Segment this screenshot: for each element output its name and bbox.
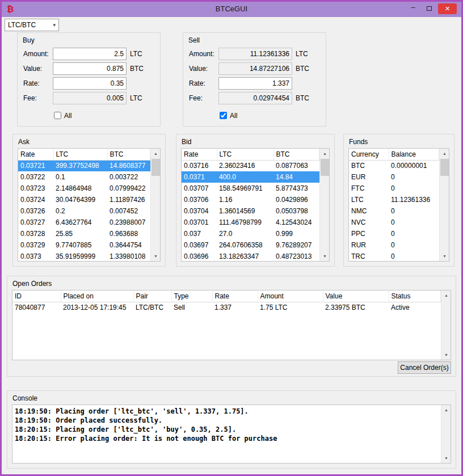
scroll-down-icon[interactable]: ▼	[151, 251, 161, 261]
table-cell: 0.0429896	[273, 194, 319, 205]
table-row[interactable]: 0.037232.148649480.07999422	[18, 183, 150, 194]
table-row[interactable]: 0.037335.919599991.33980108	[18, 251, 150, 262]
scroll-up-icon[interactable]: ▲	[440, 149, 449, 158]
scroll-down-icon[interactable]: ▼	[441, 350, 451, 360]
scroll-down-icon[interactable]: ▼	[440, 251, 449, 261]
orders-column-id[interactable]: ID	[12, 290, 61, 302]
table-cell: 14.84	[273, 171, 319, 183]
funds-column-balance[interactable]: Balance	[389, 149, 439, 160]
table-row[interactable]: PPC0	[349, 228, 439, 239]
sell-value-unit: BTC	[296, 65, 309, 73]
ask-column-rate[interactable]: Rate	[18, 149, 53, 160]
maximize-button[interactable]	[422, 3, 436, 14]
table-row[interactable]: 0.0372430.047643991.11897426	[18, 194, 150, 205]
close-button[interactable]: ✕	[438, 3, 457, 14]
table-cell: 0.03727	[18, 217, 53, 228]
buy-title: Buy	[23, 36, 35, 44]
scroll-down-icon[interactable]: ▼	[441, 453, 451, 463]
buy-amount-label: Amount:	[23, 50, 49, 58]
bid-column-btc[interactable]: BTC	[273, 149, 319, 160]
table-row[interactable]: BTC0.00000001	[349, 160, 439, 171]
table-row[interactable]: 0.037299.774078850.3644754	[18, 239, 150, 251]
orders-column-value[interactable]: Value	[323, 290, 389, 302]
table-cell: 78040877	[12, 302, 61, 313]
table-row[interactable]: 0.037276.436277640.23988007	[18, 217, 150, 228]
table-row[interactable]: 0.0369613.182633470.48723013	[182, 251, 319, 262]
bid-column-ltc[interactable]: LTC	[217, 149, 273, 160]
table-row[interactable]: 0.0371400.014.84	[182, 171, 319, 183]
orders-column-rate[interactable]: Rate	[212, 290, 258, 302]
bid-scrollbar[interactable]: ▲ ▼	[319, 149, 329, 261]
funds-column-currency[interactable]: Currency	[349, 149, 389, 160]
funds-scrollbar[interactable]: ▲ ▼	[439, 149, 449, 261]
scroll-up-icon[interactable]: ▲	[320, 149, 330, 158]
table-cell: 0.03722	[18, 171, 53, 183]
table-row[interactable]: 0.03701111.467987994.12543024	[182, 217, 319, 228]
bid-panel: Bid Rate LTC BTC 0.037162.360234160.0877…	[176, 134, 335, 267]
scroll-up-icon[interactable]: ▲	[441, 405, 451, 415]
table-cell: 0.07999422	[107, 183, 150, 194]
client-area: LTC/BTC ▾ Buy Amount: LTC Value: BTC Rat…	[2, 17, 461, 474]
table-cell: 0.0877063	[273, 160, 319, 171]
console-scrollbar[interactable]: ▲ ▼	[441, 405, 451, 463]
table-cell: 1.36014569	[217, 205, 273, 217]
cancel-orders-button[interactable]: Cancel Order(s)	[398, 361, 451, 374]
table-row[interactable]: 0.03707158.549697915.8774373	[182, 183, 319, 194]
scroll-down-icon[interactable]: ▼	[320, 251, 330, 261]
buy-panel: Buy Amount: LTC Value: BTC Rate: Fee: LT…	[17, 32, 161, 127]
bid-column-rate[interactable]: Rate	[182, 149, 217, 160]
bid-table: Rate LTC BTC 0.037162.360234160.08770630…	[181, 148, 330, 262]
table-row[interactable]: 0.0372825.850.963688	[18, 228, 150, 239]
orders-column-amount[interactable]: Amount	[258, 290, 323, 302]
scroll-up-icon[interactable]: ▲	[441, 290, 451, 300]
buy-rate-input[interactable]	[53, 77, 127, 90]
table-row[interactable]: 0.03721399.3775249814.8608377	[18, 160, 150, 171]
orders-column-type[interactable]: Type	[171, 290, 212, 302]
table-row[interactable]: TRC0	[349, 251, 439, 262]
table-cell: 0.3644754	[107, 239, 150, 251]
console-line: 18:20:15: Placing order ['ltc_btc', 'buy…	[15, 425, 441, 434]
table-row[interactable]: NVC0	[349, 217, 439, 228]
table-cell: 0.03707	[182, 183, 217, 194]
table-cell: Sell	[171, 302, 212, 313]
table-row[interactable]: 0.037041.360145690.0503798	[182, 205, 319, 217]
table-row[interactable]: 0.037162.360234160.0877063	[182, 160, 319, 171]
table-row[interactable]: 0.03727.00.999	[182, 228, 319, 239]
table-row[interactable]: FTC0	[349, 183, 439, 194]
table-cell: 1.337	[212, 302, 258, 313]
table-row[interactable]: 0.037220.10.003722	[18, 171, 150, 183]
sell-rate-input[interactable]	[218, 77, 292, 90]
titlebar[interactable]: ₿ BTCeGUI – ✕	[2, 2, 461, 17]
scrollbar-thumb[interactable]	[321, 159, 329, 176]
buy-rate-label: Rate:	[23, 79, 40, 87]
table-row[interactable]: 0.037260.20.007452	[18, 205, 150, 217]
table-row[interactable]: LTC11.12361336	[349, 194, 439, 205]
minimize-button[interactable]: –	[406, 3, 420, 14]
table-cell: 399.37752498	[53, 160, 107, 171]
scrollbar-thumb[interactable]	[440, 159, 449, 176]
table-cell: 0.037	[182, 228, 217, 239]
table-row[interactable]: NMC0	[349, 205, 439, 217]
pair-selector[interactable]: LTC/BTC ▾	[5, 19, 59, 31]
console-text[interactable]: 18:19:50: Placing order ['ltc_btc', 'sel…	[12, 405, 441, 463]
ask-scrollbar[interactable]: ▲ ▼	[150, 149, 160, 261]
scroll-up-icon[interactable]: ▲	[151, 149, 161, 158]
table-row[interactable]: RUR0	[349, 239, 439, 251]
table-row[interactable]: 0.037061.160.0429896	[182, 194, 319, 205]
buy-value-input[interactable]	[53, 62, 127, 75]
orders-scrollbar[interactable]: ▲ ▼	[441, 290, 451, 360]
orders-column-pair[interactable]: Pair	[133, 290, 171, 302]
buy-all-checkbox[interactable]	[54, 112, 61, 119]
orders-column-status[interactable]: Status	[389, 290, 441, 302]
table-row[interactable]: EUR0	[349, 171, 439, 183]
scrollbar-thumb[interactable]	[151, 159, 160, 176]
buy-amount-input[interactable]	[53, 48, 127, 60]
ask-column-ltc[interactable]: LTC	[53, 149, 107, 160]
orders-column-placed-on[interactable]: Placed on	[61, 290, 133, 302]
table-row[interactable]: 0.03697264.076063589.76289207	[182, 239, 319, 251]
console-panel: Console 18:19:50: Placing order ['ltc_bt…	[7, 390, 456, 469]
ask-column-btc[interactable]: BTC	[107, 149, 150, 160]
table-row[interactable]: 780408772013-12-05 17:19:45LTC/BTCSell1.…	[12, 302, 441, 313]
table-cell: 1.75 LTC	[258, 302, 323, 313]
sell-all-checkbox[interactable]	[220, 112, 227, 119]
